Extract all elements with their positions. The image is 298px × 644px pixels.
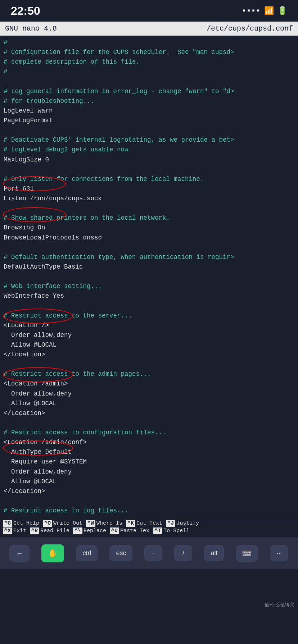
terminal-line: # Restrict access to the server... [4,311,294,321]
terminal-line: # Only listen for connections from the l… [4,174,294,184]
help-item[interactable]: ^XExit [3,527,26,534]
terminal-line [4,165,294,174]
help-item[interactable]: ^JJustify [166,520,199,527]
status-icons: ▪▪▪▪ 📶 🔋 [241,6,287,16]
terminal-line [4,77,294,87]
terminal-line: Order allow,deny [4,389,294,399]
terminal-line: Order allow,deny [4,467,294,477]
terminal-line: Order allow,deny [4,330,294,340]
title-bar: GNU nano 4.8 /etc/cups/cupsd.conf [0,22,298,36]
help-label: Read File [40,528,69,534]
terminal-line [4,360,294,369]
terminal-line: # Restrict access to configuration files… [4,428,294,438]
terminal-line: <Location /admin/conf> [4,438,294,447]
terminal-line [4,125,294,135]
terminal-line: AuthType Default [4,447,294,457]
keyboard-button[interactable]: ⌨ [236,545,258,562]
help-key: ^K [126,520,135,527]
terminal-line [4,204,294,213]
terminal-line [4,272,294,282]
signal-icon: ▪▪▪▪ [241,6,261,15]
alt-button[interactable]: alt [204,545,224,561]
terminal-line: Require user @SYSTEM [4,457,294,467]
help-item[interactable]: ^GGet Help [3,520,39,527]
terminal-line: LogLevel warn [4,106,294,116]
slash-button[interactable]: / [174,545,192,561]
arrow-left-button[interactable]: ← [9,545,30,562]
help-item[interactable]: ^TTo Spell [153,527,189,534]
terminal-line: Allow @LOCAL [4,477,294,487]
help-key: ^O [43,520,52,527]
help-key: ^T [153,527,162,534]
help-key: ^J [166,520,175,527]
dash-button[interactable]: - [144,545,162,561]
terminal-line: PageLogFormat [4,116,294,125]
help-label: Get Help [13,520,39,526]
terminal-line: # Log general information in error_log -… [4,87,294,96]
terminal-line: # [4,67,294,77]
help-label: Write Out [53,520,82,526]
esc-button[interactable]: esc [109,545,132,561]
help-label: Paste Tex [120,528,149,534]
editor-name: GNU nano 4.8 [5,24,57,33]
terminal-line: # Configuration file for the CUPS schedu… [4,47,294,57]
help-key: ^X [3,527,12,534]
terminal-line [4,243,294,252]
terminal-line: WebInterface Yes [4,291,294,301]
keyboard-bar[interactable]: ← ✋ ctrl esc - / alt ⌨ ··· [0,537,298,569]
terminal-line: DefaultAuthType Basic [4,262,294,272]
help-label: Justify [176,520,199,526]
status-bar: 22:50 ▪▪▪▪ 📶 🔋 [0,0,298,22]
terminal-line: </Location> [4,408,294,418]
help-label: Where Is [96,520,122,526]
help-label: To Spell [163,528,189,534]
nano-help-bar: ^GGet Help^OWrite Out^WWhere Is^KCut Tex… [0,518,298,537]
status-time: 22:50 [11,4,40,18]
terminal-line: Browsing On [4,223,294,233]
terminal-line: Allow @LOCAL [4,340,294,350]
terminal-line: # Default authentication type, when auth… [4,252,294,262]
terminal-line: Listen /run/cups/cups.sock [4,194,294,204]
wifi-icon: 📶 [264,6,274,16]
terminal-line [4,301,294,311]
watermark: 值•什么值得买 [265,602,294,608]
ctrl-button[interactable]: ctrl [76,545,98,561]
terminal-line: # for troubleshooting... [4,96,294,106]
terminal-line: Port 631 [4,184,294,194]
help-label: Cut Text [136,520,162,526]
touch-button[interactable]: ✋ [41,544,64,562]
terminal-line: # Show shared printers on the local netw… [4,213,294,223]
battery-icon: 🔋 [277,6,287,16]
help-label: Replace [83,528,106,534]
help-item[interactable]: ^RRead File [30,527,69,534]
terminal-line: # Restrict access to the admin pages... [4,369,294,379]
terminal-line [4,496,294,506]
terminal-line: # Web interface setting... [4,282,294,291]
help-item[interactable]: ^WWhere Is [86,520,122,527]
help-key: ^R [30,527,39,534]
terminal-line [4,418,294,428]
file-path: /etc/cups/cupsd.conf [207,24,293,33]
terminal-line: # LogLevel debug2 gets usable now [4,145,294,155]
help-item[interactable]: ^UPaste Tex [110,527,149,534]
help-item[interactable]: ^OWrite Out [43,520,82,527]
help-key: ^G [3,520,12,527]
terminal-line: MaxLogSize 0 [4,155,294,165]
help-label: Exit [13,528,26,534]
terminal-line: # Restrict access to log files... [4,506,294,516]
help-key: ^U [110,527,119,534]
terminal-line: # Deactivate CUPS' internal logrotating,… [4,135,294,145]
help-item[interactable]: ^\ Replace [73,527,106,534]
terminal-line: # [4,38,294,47]
terminal-line: <Location /> [4,321,294,330]
help-key: ^\ [73,527,82,534]
terminal-line: </Location> [4,350,294,360]
terminal-line: # complete description of this file. [4,57,294,67]
terminal-line: <Location /admin> [4,379,294,389]
terminal-line: Allow @LOCAL [4,399,294,408]
terminal-content: ## Configuration file for the CUPS sched… [0,36,298,518]
help-row: ^XExit^RRead File^\ Replace^UPaste Tex^T… [3,527,295,535]
more-button[interactable]: ··· [270,545,288,561]
help-item[interactable]: ^KCut Text [126,520,162,527]
help-key: ^W [86,520,95,527]
